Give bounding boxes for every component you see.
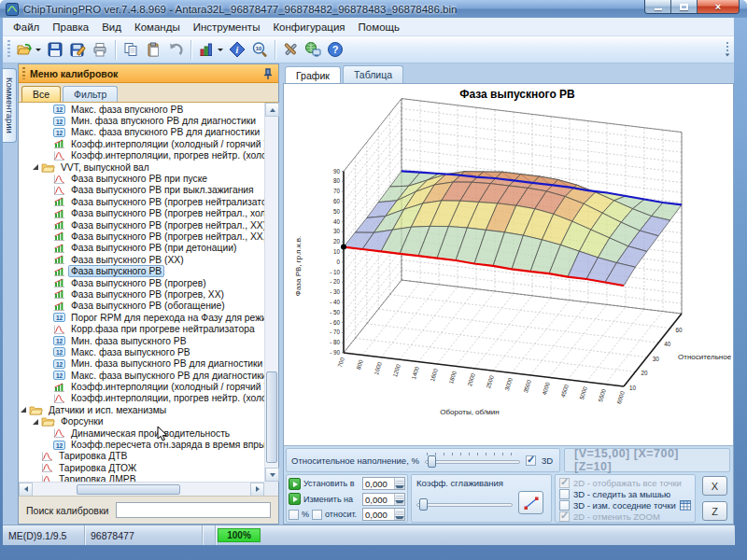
checkbox-3d[interactable] (526, 455, 536, 466)
spinner-arrows[interactable] (394, 478, 404, 489)
print-button[interactable] (89, 38, 111, 62)
tree-item[interactable]: Фаза выпускного РВ при пуске (19, 173, 264, 184)
tree-item[interactable]: 12Коэфф.пересчета отн.заряда в время впр… (19, 439, 264, 450)
copy-button[interactable] (120, 38, 142, 62)
set-to-spinner[interactable]: 0,000 (362, 477, 405, 490)
tree-item[interactable]: Фаза выпускного РВ (прогрев нейтрал., ХХ… (19, 219, 264, 231)
tree-item[interactable]: Фаза выпускного РВ (прогрев, ХХ) (19, 288, 264, 300)
open-file-button[interactable] (13, 38, 44, 62)
chart-compare-button[interactable] (195, 38, 226, 62)
scroll-up-icon[interactable] (265, 103, 279, 117)
checkbox-percent[interactable] (289, 510, 299, 520)
save-button[interactable] (44, 38, 66, 62)
minimize-button[interactable] (645, 0, 671, 13)
menu-item-6[interactable]: Конфигурация (266, 20, 351, 35)
slider-thumb[interactable] (428, 455, 436, 468)
tree-item[interactable]: Коэфф.интерполяции, прогрев нейтр. (холо… (19, 393, 264, 404)
paste-button[interactable] (142, 38, 164, 62)
tree-item[interactable]: 12Мин. фаза впускного РВ для диагностики (19, 115, 264, 126)
tree-item[interactable]: Корр.фаза при прогреве нейтрализатора (19, 323, 264, 334)
grid-table-icon[interactable] (680, 500, 691, 511)
scroll-left-icon[interactable] (19, 483, 33, 497)
scroll-right-icon[interactable] (250, 483, 264, 497)
apply-set-button[interactable] (289, 478, 301, 490)
expander-icon[interactable] (33, 164, 38, 170)
tree-item[interactable]: Фаза выпускного РВ (обогащение) (19, 301, 264, 312)
find-value-button[interactable]: 10 (248, 38, 271, 62)
search-input[interactable] (116, 502, 271, 518)
menu-item-2[interactable]: Правка (46, 20, 95, 35)
slider-track[interactable] (416, 503, 513, 507)
help-button[interactable]: ? (324, 38, 346, 62)
spinner-arrows[interactable] (394, 509, 404, 520)
dropdown-arrow-icon[interactable] (218, 49, 223, 51)
mode-checkbox-1[interactable] (559, 478, 570, 488)
set-to-value[interactable]: 0,000 (363, 478, 394, 489)
relative-value[interactable]: 0,000 (363, 509, 394, 520)
smoothing-apply-button[interactable] (518, 491, 543, 514)
tree-vertical-scrollbar[interactable] (264, 103, 278, 482)
z-axis-button[interactable]: Z (702, 501, 727, 521)
tree-item[interactable]: Тарировка ДТОЖ (19, 462, 264, 473)
menu-item-7[interactable]: Помощь (352, 20, 406, 35)
tree-item[interactable]: Тарировка ДМРВ (19, 474, 264, 483)
tree-item[interactable]: Фаза выпускного РВ (ХХ) (19, 254, 264, 265)
mode-checkbox-2[interactable] (559, 489, 570, 499)
tab-table[interactable]: Таблица (343, 65, 403, 83)
tree-item[interactable]: 12Мин. фаза выпускного РВ для диагностик… (19, 358, 264, 370)
slider-thumb[interactable] (419, 498, 428, 511)
expander-icon[interactable] (33, 419, 38, 425)
checkbox-relative[interactable] (312, 510, 322, 520)
maximize-button[interactable] (671, 0, 698, 13)
change-by-value[interactable]: 0,000 (363, 494, 394, 505)
slider-track[interactable] (425, 460, 520, 464)
menu-item-1[interactable]: Файл (7, 20, 46, 35)
tree-item[interactable]: Фаза выпускного РВ (при детонации) (19, 243, 264, 254)
tools-button[interactable] (279, 38, 302, 62)
tree-item[interactable]: Фаза выпускного РВ (прогрев нейтрал., хо… (19, 208, 264, 219)
calibration-panel-header[interactable]: Меню калибровок (19, 64, 278, 83)
tab-all[interactable]: Все (21, 86, 61, 102)
spinner-arrows[interactable] (394, 494, 404, 505)
apply-change-button[interactable] (289, 493, 301, 505)
horizontal-scroll-thumb[interactable] (77, 484, 179, 495)
close-button[interactable]: × (698, 0, 739, 13)
tree-item[interactable]: Фаза выпускного РВ (19, 265, 264, 276)
tab-graph[interactable]: График (285, 66, 341, 84)
tree-item[interactable]: 12Порог RPM для перехода на Фазу для реж… (19, 312, 264, 323)
scroll-down-icon[interactable] (265, 468, 279, 482)
tree-item[interactable]: Динамическая производительность (19, 427, 264, 439)
tree-horizontal-scrollbar[interactable] (19, 482, 264, 496)
menu-item-3[interactable]: Вид (95, 20, 128, 35)
tree-folder[interactable]: Форсунки (19, 416, 264, 427)
tree-item[interactable]: Фаза выпускного РВ при выкл.зажигания (19, 185, 264, 196)
title-bar[interactable]: ChipTuningPRO ver.7.4.8.969 - Antara32L_… (0, 0, 747, 18)
tree-item[interactable]: Фаза выпускного РВ (прогрев) (19, 277, 264, 288)
tree-item[interactable]: 12Макс. фаза выпускного РВ для диагности… (19, 370, 264, 381)
tree-item[interactable]: Коэфф.интерполяции, прогрев нейтр. (холо… (19, 150, 264, 161)
tree-item[interactable]: 12Макс. фаза впускного РВ (19, 104, 264, 115)
toolbar-grip[interactable] (7, 40, 10, 59)
tree-item[interactable]: Коэфф.интерполяции (холодный / горячий ) (19, 381, 264, 392)
surface-chart[interactable]: 9080706050403020100- 10- 20- 30- 40- 50-… (284, 84, 733, 447)
load-slider[interactable] (425, 453, 520, 468)
dropdown-arrow-icon[interactable] (35, 49, 41, 51)
undo-button[interactable] (164, 38, 187, 62)
menu-item-5[interactable]: Инструменты (187, 20, 267, 35)
connection-button[interactable] (302, 38, 324, 62)
tree-folder[interactable]: Датчики и исп. механизмы (19, 404, 264, 415)
tree-item[interactable]: Фаза выпускного РВ (прогрев нейтрал., ХХ… (19, 231, 264, 242)
tree-item[interactable]: Фаза выпускного РВ (прогрев нейтрализато… (19, 196, 264, 207)
tree-item[interactable]: Тарировка ДТВ (19, 451, 264, 462)
vertical-scroll-thumb[interactable] (266, 371, 277, 462)
comments-vertical-tab[interactable]: Комментарии (3, 68, 17, 143)
tab-filter[interactable]: Фильтр (63, 86, 118, 102)
mode-checkbox-4[interactable] (559, 511, 570, 522)
tree-item[interactable]: Коэфф.интерполяции (холодный / горячий ) (19, 138, 264, 149)
relative-spinner[interactable]: 0,000 (362, 508, 405, 521)
info-button[interactable]: i (226, 38, 248, 62)
pin-icon[interactable] (261, 67, 275, 80)
expander-icon[interactable] (21, 407, 26, 413)
tree-folder[interactable]: VVT, выпускной вал (19, 161, 264, 173)
change-by-spinner[interactable]: 0,000 (362, 493, 405, 506)
